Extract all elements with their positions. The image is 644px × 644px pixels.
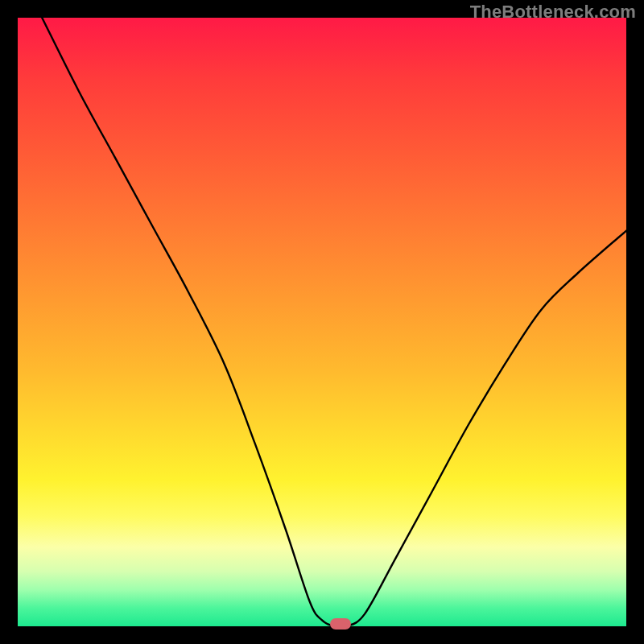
chart-frame: TheBottleneck.com: [0, 0, 644, 644]
optimal-point-marker: [330, 618, 351, 630]
chart-plot-area: [18, 18, 626, 626]
bottleneck-curve: [18, 18, 626, 626]
